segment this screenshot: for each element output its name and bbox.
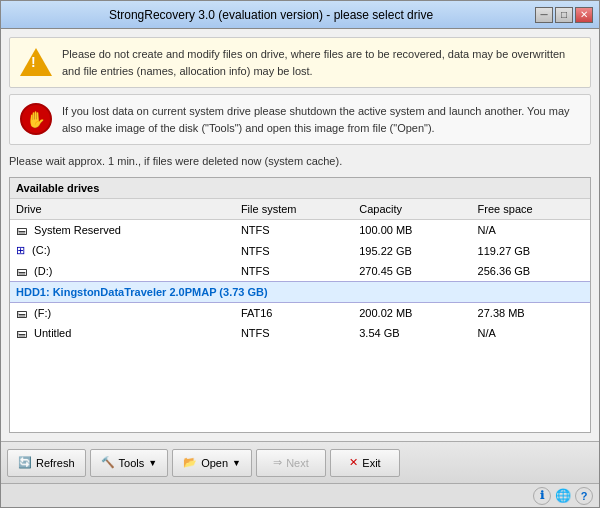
title-bar: StrongRecovery 3.0 (evaluation version) …: [1, 1, 599, 29]
open-button[interactable]: 📂 Open ▼: [172, 449, 252, 477]
tools-icon: 🔨: [101, 456, 115, 469]
exit-icon: ✕: [349, 456, 358, 469]
drive-cap-untitled: 3.54 GB: [353, 323, 471, 343]
warning-box: Please do not create and modify files on…: [9, 37, 591, 88]
drive-fs-untitled: NTFS: [235, 323, 353, 343]
col-filesystem: File system: [235, 199, 353, 220]
drive-cap-sysreserved: 100.00 MB: [353, 220, 471, 241]
table-row[interactable]: 🖴 (F:) FAT16 200.02 MB 27.38 MB: [10, 303, 590, 324]
stop-icon: ✋: [20, 103, 52, 135]
drives-table[interactable]: Drive File system Capacity Free space 🖴 …: [10, 199, 590, 432]
col-drive: Drive: [10, 199, 235, 220]
toolbar: 🔄 Refresh 🔨 Tools ▼ 📂 Open ▼ ⇒ Next ✕ Ex…: [1, 441, 599, 483]
open-label: Open: [201, 457, 228, 469]
table-row[interactable]: ⊞ (C:) NTFS 195.22 GB 119.27 GB: [10, 240, 590, 261]
windows-icon: ⊞: [16, 244, 25, 256]
drive-name-f: 🖴 (F:): [10, 303, 235, 324]
table-row[interactable]: 🖴 System Reserved NTFS 100.00 MB N/A: [10, 220, 590, 241]
table-row[interactable]: 🖴 (D:) NTFS 270.45 GB 256.36 GB: [10, 261, 590, 282]
col-capacity: Capacity: [353, 199, 471, 220]
drive-name-untitled: 🖴 Untitled: [10, 323, 235, 343]
open-icon: 📂: [183, 456, 197, 469]
wait-text: Please wait approx. 1 min., if files wer…: [9, 151, 591, 171]
warning-icon: [20, 46, 52, 78]
tools-button[interactable]: 🔨 Tools ▼: [90, 449, 169, 477]
drives-section-header: Available drives: [10, 178, 590, 199]
warning-text: Please do not create and modify files on…: [62, 46, 580, 79]
info-box: ✋ If you lost data on current system dri…: [9, 94, 591, 145]
drive-cap-d: 270.45 GB: [353, 261, 471, 282]
refresh-label: Refresh: [36, 457, 75, 469]
window-title: StrongRecovery 3.0 (evaluation version) …: [7, 8, 535, 22]
drive-free-untitled: N/A: [472, 323, 590, 343]
main-window: StrongRecovery 3.0 (evaluation version) …: [0, 0, 600, 508]
drive-fs-f: FAT16: [235, 303, 353, 324]
group-label: HDD1: KingstonDataTraveler 2.0PMAP (3.73…: [10, 282, 590, 303]
drive-name-sysreserved: 🖴 System Reserved: [10, 220, 235, 241]
drive-free-sysreserved: N/A: [472, 220, 590, 241]
tools-dropdown-arrow: ▼: [148, 458, 157, 468]
drive-icon: 🖴: [16, 224, 27, 236]
refresh-icon: 🔄: [18, 456, 32, 469]
col-freespace: Free space: [472, 199, 590, 220]
drive-fs-sysreserved: NTFS: [235, 220, 353, 241]
drives-section: Available drives Drive File system Capac…: [9, 177, 591, 433]
close-button[interactable]: ✕: [575, 7, 593, 23]
drive-free-f: 27.38 MB: [472, 303, 590, 324]
hand-icon: ✋: [26, 110, 46, 129]
exit-label: Exit: [362, 457, 380, 469]
window-controls: ─ □ ✕: [535, 7, 593, 23]
drive-cap-f: 200.02 MB: [353, 303, 471, 324]
content-area: Please do not create and modify files on…: [1, 29, 599, 441]
info-icon[interactable]: ℹ: [533, 487, 551, 505]
info-text: If you lost data on current system drive…: [62, 103, 580, 136]
next-label: Next: [286, 457, 309, 469]
exit-button[interactable]: ✕ Exit: [330, 449, 400, 477]
drive-group-header: HDD1: KingstonDataTraveler 2.0PMAP (3.73…: [10, 282, 590, 303]
next-button[interactable]: ⇒ Next: [256, 449, 326, 477]
drive-free-c: 119.27 GB: [472, 240, 590, 261]
refresh-button[interactable]: 🔄 Refresh: [7, 449, 86, 477]
help-icon[interactable]: ?: [575, 487, 593, 505]
drive-fs-d: NTFS: [235, 261, 353, 282]
tools-label: Tools: [119, 457, 145, 469]
open-dropdown-arrow: ▼: [232, 458, 241, 468]
drive-fs-c: NTFS: [235, 240, 353, 261]
next-icon: ⇒: [273, 456, 282, 469]
status-bar: ℹ 🌐 ?: [1, 483, 599, 507]
drive-name-d: 🖴 (D:): [10, 261, 235, 282]
drive-icon: 🖴: [16, 265, 27, 277]
drive-cap-c: 195.22 GB: [353, 240, 471, 261]
drive-icon: 🖴: [16, 327, 27, 339]
language-icon[interactable]: 🌐: [555, 488, 571, 503]
drive-free-d: 256.36 GB: [472, 261, 590, 282]
table-row[interactable]: 🖴 Untitled NTFS 3.54 GB N/A: [10, 323, 590, 343]
usb-icon: 🖴: [16, 307, 27, 319]
drive-name-c: ⊞ (C:): [10, 240, 235, 261]
restore-button[interactable]: □: [555, 7, 573, 23]
minimize-button[interactable]: ─: [535, 7, 553, 23]
triangle-icon: [20, 48, 52, 76]
